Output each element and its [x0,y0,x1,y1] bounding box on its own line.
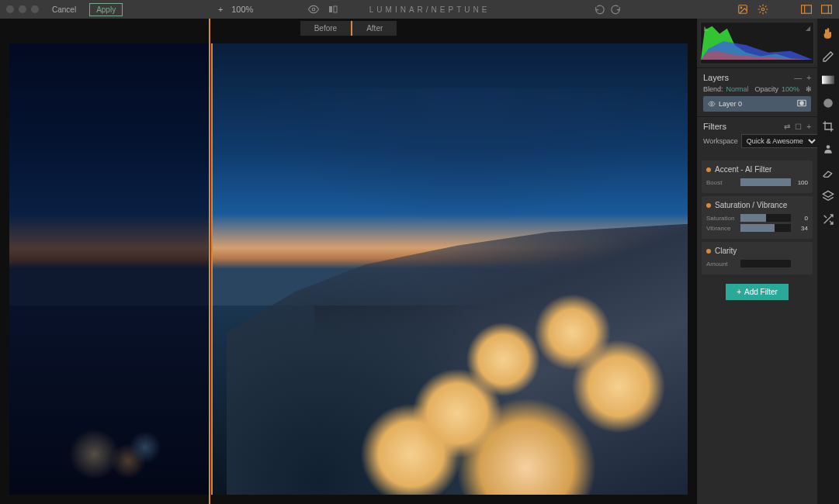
filter-header[interactable]: Accent - AI Filter [706,165,808,174]
radial-tool-icon[interactable] [821,96,835,110]
slider-row: Saturation 0 [706,214,808,222]
svg-point-12 [800,102,804,105]
tool-rail [817,19,839,504]
panel-toggle-icon[interactable] [800,3,813,16]
titlebar: Cancel Apply + 100% LUMINAR/NEPTUNE [0,0,839,19]
layers-title: Layers [703,73,729,82]
opacity-value[interactable]: 100% [782,85,799,93]
filter-name: Saturation / Vibrance [715,201,787,209]
svg-point-4 [740,7,742,9]
brush-tool-icon[interactable] [821,50,835,64]
filter-header[interactable]: Clarity [706,247,808,255]
crop-tool-icon[interactable] [821,119,835,133]
slider-track[interactable] [740,260,791,268]
erase-tool-icon[interactable] [821,166,835,180]
slider-label: Saturation [706,215,737,222]
svg-rect-6 [802,5,812,14]
sidebar-toggle-icon[interactable] [820,3,833,16]
add-filter-label: Add Filter [744,288,778,296]
filter-block: Clarity Amount [702,242,813,274]
slider-value: 100 [794,179,808,186]
slider-label: Amount [706,261,737,268]
right-panel: ◣ ◢ Layers — + Blend: Normal Opacity [697,19,817,504]
canvas-area: Before After [0,19,697,504]
undo-icon[interactable] [594,3,606,16]
slider-value: 0 [794,215,808,222]
blend-mode[interactable]: Normal [726,85,749,93]
filters-panel: Filters ⇄ ☐ + Workspace Quick & Awesome [697,116,817,157]
blend-label: Blend: [703,85,723,93]
filter-name: Clarity [715,247,737,255]
slider-row: Vibrance 34 [706,224,808,232]
tab-before[interactable]: Before [300,21,352,36]
compare-icon[interactable] [327,3,339,16]
filters-title: Filters [703,122,726,131]
shuffle-tool-icon[interactable] [821,212,835,226]
tab-after[interactable]: After [352,21,397,36]
eye-icon[interactable] [307,3,320,16]
layer-visibility-icon[interactable] [708,100,716,108]
layer-settings-icon[interactable]: ✻ [806,85,812,93]
svg-rect-2 [334,6,337,12]
filter-block: Accent - AI Filter Boost 100 [702,161,813,193]
filter-name: Accent - AI Filter [715,165,771,174]
workspace-label: Workspace [703,137,738,145]
maximize-window-icon[interactable] [31,5,39,13]
slider-track[interactable] [740,178,791,186]
slider-row: Amount [706,260,808,268]
opacity-label: Opacity [755,85,779,93]
add-layer-icon[interactable]: + [806,74,811,82]
window-controls [6,5,39,13]
image-canvas[interactable] [9,43,688,495]
svg-point-0 [312,8,315,11]
image-icon[interactable] [737,3,749,16]
layers-tool-icon[interactable] [821,189,835,203]
filters-save-icon[interactable]: ☐ [795,123,802,131]
histogram[interactable]: ◣ ◢ [700,22,814,64]
filter-enabled-icon[interactable] [706,167,711,172]
close-window-icon[interactable] [6,5,14,13]
add-filter-button[interactable]: + Add Filter [726,284,789,300]
slider-track[interactable] [740,214,791,222]
hand-tool-icon[interactable] [821,26,835,40]
apply-button[interactable]: Apply [89,3,123,16]
svg-point-10 [711,103,713,105]
minimize-window-icon[interactable] [19,5,26,13]
gradient-tool-icon[interactable] [821,73,835,87]
slider-track[interactable] [740,224,791,232]
layers-panel: Layers — + Blend: Normal Opacity 100% ✻ … [697,67,817,116]
slider-value: 34 [794,225,808,232]
workspace-select[interactable]: Quick & Awesome [741,134,819,148]
slider-label: Vibrance [706,225,737,232]
cancel-button[interactable]: Cancel [45,3,83,16]
svg-point-5 [761,8,764,11]
before-region [9,43,213,495]
filter-block: Saturation / Vibrance Saturation 0 Vibra… [702,196,813,239]
layer-mask-icon[interactable] [797,99,806,109]
svg-point-14 [823,98,833,108]
settings-icon[interactable] [757,3,769,16]
zoom-level[interactable]: 100% [231,5,253,14]
svg-rect-1 [329,6,332,12]
svg-rect-13 [822,76,834,85]
add-filter-icon[interactable]: + [806,123,811,131]
app-title: LUMINAR/NEPTUNE [369,5,491,14]
plus-icon: + [737,288,741,296]
zoom-plus-icon[interactable]: + [214,3,227,16]
layer-item[interactable]: Layer 0 [703,96,811,112]
svg-rect-8 [822,5,832,14]
clone-tool-icon[interactable] [821,143,835,157]
filters-preset-icon[interactable]: ⇄ [784,123,790,131]
filter-header[interactable]: Saturation / Vibrance [706,201,808,209]
filter-enabled-icon[interactable] [706,203,711,208]
slider-label: Boost [706,179,737,186]
layers-collapse-icon[interactable]: — [794,74,802,82]
filter-enabled-icon[interactable] [706,249,711,254]
layer-name: Layer 0 [719,100,742,108]
slider-row: Boost 100 [706,178,808,186]
compare-splitter[interactable] [209,19,210,504]
redo-icon[interactable] [609,3,622,16]
